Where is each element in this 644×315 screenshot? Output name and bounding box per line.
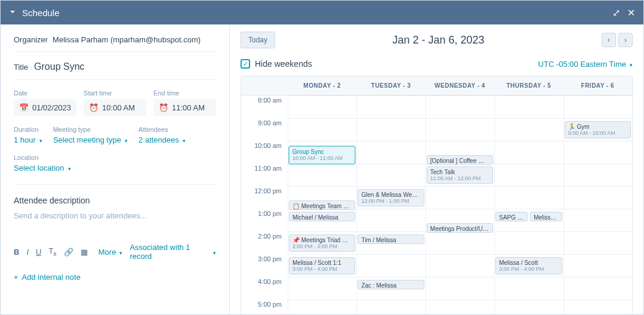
clock-icon: ⏰ xyxy=(159,103,168,112)
event-glen-melissa[interactable]: Glen & Melissa Weekly12:00 PM - 1:00 PM xyxy=(358,189,424,206)
day-col-thu[interactable]: SAPG S… Melissa … Melissa / Scott3:00 PM… xyxy=(494,95,563,315)
end-time-input[interactable]: ⏰ 11:00 AM xyxy=(153,99,216,116)
duration-label: Duration xyxy=(14,126,42,133)
clear-format-button[interactable]: Tx xyxy=(48,246,56,257)
title-label: Title xyxy=(14,63,28,72)
title-value[interactable]: Group Sync xyxy=(34,61,84,72)
week-grid: MONDAY - 2 TUESDAY - 3 WEDNESDAY - 4 THU… xyxy=(241,76,633,315)
meeting-type-label: Meeting type xyxy=(53,126,128,133)
minimize-icon[interactable]: ⤢ xyxy=(612,7,620,18)
collapse-icon[interactable] xyxy=(9,8,16,17)
description-heading: Attendee description xyxy=(14,196,216,205)
date-label: Date xyxy=(14,89,76,97)
event-melissa-scott-11[interactable]: Melissa / Scott 1:13:00 PM - 4:00 PM xyxy=(289,257,355,274)
hour-label: 8:00 am xyxy=(241,95,288,118)
attendees-label: Attendees xyxy=(138,126,186,133)
event-gym[interactable]: 🏃 Gym9:00 AM - 10:00 AM xyxy=(565,121,631,138)
organizer-label: Organizer xyxy=(14,35,48,44)
event-melissa-scott-th[interactable]: Melissa / Scott3:00 PM - 4:00 PM xyxy=(495,257,562,274)
event-sapg[interactable]: SAPG S… xyxy=(495,212,527,221)
event-melissa-th[interactable]: Melissa … xyxy=(530,212,562,221)
insert-button[interactable]: ▦ xyxy=(81,248,88,257)
clock-icon: ⏰ xyxy=(89,103,98,112)
event-tim-melissa[interactable]: Tim / Melissa xyxy=(358,234,424,244)
close-icon[interactable]: ✕ xyxy=(627,7,635,18)
day-col-mon[interactable]: Group Sync 10:00 AM - 11:00 AM 📋 Meeting… xyxy=(288,95,356,315)
day-header: THURSDAY - 5 xyxy=(494,76,563,95)
day-header: FRIDAY - 6 xyxy=(563,76,632,95)
hour-label: 10:00 am xyxy=(241,141,288,163)
link-button[interactable]: 🔗 xyxy=(64,248,73,257)
day-col-wed[interactable]: [Optional ] Coffee W… Tech Talk11:00 AM … xyxy=(426,95,494,315)
duration-select[interactable]: 1 hour xyxy=(14,135,42,144)
start-time-label: Start time xyxy=(84,89,146,97)
meeting-type-select[interactable]: Select meeting type xyxy=(53,135,128,144)
day-col-fri[interactable]: 🏃 Gym9:00 AM - 10:00 AM xyxy=(563,95,632,315)
date-input[interactable]: 📅 01/02/2023 xyxy=(14,99,76,116)
location-select[interactable]: Select location xyxy=(14,163,71,172)
day-header: TUESDAY - 3 xyxy=(356,76,425,95)
description-input[interactable]: Send a description to your attendees... xyxy=(14,211,216,220)
calendar-panel: Today Jan 2 - Jan 6, 2023 ‹ › ✓ Hide wee… xyxy=(230,24,643,315)
end-time-label: End time xyxy=(153,89,216,97)
next-week-button[interactable]: › xyxy=(618,33,633,47)
bold-button[interactable]: B xyxy=(14,248,19,257)
add-internal-note[interactable]: + Add internal note xyxy=(14,273,216,282)
hour-label: 9:00 am xyxy=(241,118,288,141)
hide-weekends-checkbox[interactable]: ✓ xyxy=(241,59,250,69)
organizer-value: Melissa Parham (mparham@hubspot.com) xyxy=(53,35,201,44)
day-header: MONDAY - 2 xyxy=(288,76,356,95)
event-group-sync[interactable]: Group Sync 10:00 AM - 11:00 AM xyxy=(289,146,355,164)
event-zac-melissa[interactable]: Zac : Melissa xyxy=(358,280,424,289)
calendar-icon: 📅 xyxy=(19,103,29,112)
prev-week-button[interactable]: ‹ xyxy=(602,33,616,47)
event-coffee[interactable]: [Optional ] Coffee W… xyxy=(427,155,493,165)
event-form: Organizer Melissa Parham (mparham@hubspo… xyxy=(1,24,230,315)
italic-button[interactable]: I xyxy=(26,248,29,257)
timezone-select[interactable]: UTC -05:00 Eastern Time xyxy=(538,60,633,69)
today-button[interactable]: Today xyxy=(241,32,275,48)
day-header: WEDNESDAY - 4 xyxy=(426,76,494,95)
start-time-input[interactable]: ⏰ 10:00 AM xyxy=(84,99,146,116)
event-meetings-team[interactable]: 📋 Meetings Team W… xyxy=(289,200,355,210)
modal-title: Schedule xyxy=(22,8,612,18)
hour-label: 1:00 pm xyxy=(241,209,288,231)
hour-label: 2:00 pm xyxy=(241,231,288,254)
date-range-title: Jan 2 - Jan 6, 2023 xyxy=(275,34,602,47)
hour-label: 11:00 am xyxy=(241,163,288,186)
hour-label: 12:00 pm xyxy=(241,186,288,209)
associated-records[interactable]: Associated with 1 record xyxy=(130,243,216,261)
day-col-tue[interactable]: Glen & Melissa Weekly12:00 PM - 1:00 PM … xyxy=(356,95,425,315)
event-michael-melissa[interactable]: Michael / Melissa xyxy=(289,212,355,221)
plus-icon: + xyxy=(14,273,19,282)
hour-label: 3:00 pm xyxy=(241,254,288,277)
rich-text-toolbar: B I U Tx 🔗 ▦ More Associated with 1 reco… xyxy=(14,243,216,261)
location-label: Location xyxy=(14,154,71,161)
event-tech-talk[interactable]: Tech Talk11:00 AM - 12:00 PM xyxy=(427,166,493,184)
more-format-button[interactable]: More xyxy=(98,248,123,257)
underline-button[interactable]: U xyxy=(36,248,41,257)
hour-label: 5:00 pm xyxy=(241,299,288,315)
event-meetings-product[interactable]: Meetings Product/U… xyxy=(427,223,493,233)
hide-weekends-label: Hide weekends xyxy=(255,59,312,69)
event-meetings-triad[interactable]: 📌 Meetings Triad W…2:00 PM - 3:00 PM xyxy=(289,234,355,252)
hour-label: 4:00 pm xyxy=(241,277,288,299)
modal-header: Schedule ⤢ ✕ xyxy=(1,1,643,24)
attendees-select[interactable]: 2 attendees xyxy=(138,135,186,144)
